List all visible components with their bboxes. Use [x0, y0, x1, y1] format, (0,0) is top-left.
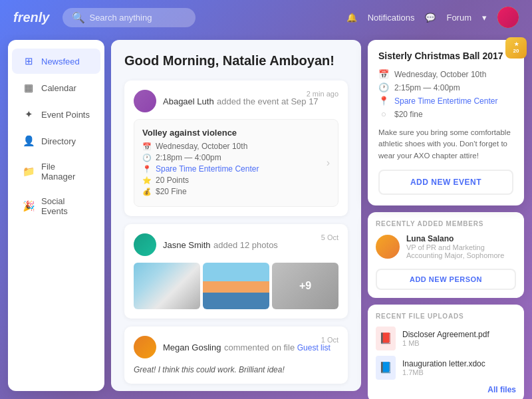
event-badge-star: ★	[514, 41, 519, 48]
file-upload-row-1: 📕 Discloser Agreement.pdf 1 MB	[376, 327, 516, 350]
feed-header-3: Megan Gosling commented on file Guest li…	[134, 336, 338, 358]
main-container: ⊞ Newsfeed ▦ Calendar ✦ Event Points 👤 D…	[0, 35, 532, 399]
app-logo: frenly	[13, 10, 49, 25]
file-name-1[interactable]: Discloser Agreement.pdf	[402, 330, 489, 339]
calendar-icon: ▦	[23, 82, 35, 94]
search-input[interactable]	[89, 13, 196, 23]
members-section-title: RECENTLY ADDED MEMBERS	[376, 220, 516, 227]
feed-action-1: added the event at Sep 17	[217, 96, 319, 106]
clock-small-icon: 🕐	[142, 154, 152, 162]
avatar-megan	[134, 336, 156, 358]
member-avatar	[376, 235, 400, 259]
search-bar[interactable]: 🔍	[63, 8, 196, 27]
sidebar: ⊞ Newsfeed ▦ Calendar ✦ Event Points 👤 D…	[8, 40, 104, 391]
sidebar-item-file-manager[interactable]: 📁 File Manager	[12, 155, 100, 188]
avatar-abagael	[134, 90, 156, 112]
file-info-1: Discloser Agreement.pdf 1 MB	[402, 330, 489, 347]
feed-username-3: Megan Gosling	[163, 342, 221, 352]
event-badge-day: 20	[513, 48, 519, 55]
sidebar-item-event-points[interactable]: ✦ Event Points	[12, 102, 100, 127]
feed-action-2: added 12 photos	[213, 240, 278, 250]
member-info: Luna Salano VP of PR and Marketing Accou…	[406, 234, 504, 259]
event-badge: ★ 20	[505, 37, 527, 59]
photo-beach[interactable]	[203, 263, 269, 309]
user-avatar[interactable]	[497, 7, 519, 28]
event-popup-location-text: Spare Time Entertime Center	[394, 96, 497, 106]
sidebar-item-social-events[interactable]: 🎉 Social Events	[12, 190, 100, 223]
file-size-2: 1.7MB	[402, 368, 485, 376]
feed-action-3: commented on file	[224, 342, 297, 352]
member-name: Luna Salano	[406, 234, 504, 243]
files-section-title: RECENT FILE UPLOADS	[376, 313, 516, 320]
feed-username-2: Jasne Smith	[163, 240, 211, 250]
newsfeed-icon: ⊞	[23, 55, 35, 67]
feed-user-info-2: Jasne Smith added 12 photos	[163, 239, 278, 251]
sidebar-label-file-manager: File Manager	[41, 162, 90, 182]
photo-more[interactable]: +9	[272, 263, 338, 309]
event-popup-time: 🕐 2:15pm — 4:00pm	[378, 82, 513, 92]
feed-comment-text-3: Great! I think this could work. Brillian…	[134, 365, 338, 374]
add-event-button[interactable]: ADD NEW EVENT	[378, 170, 513, 195]
ep-clock-icon: 🕐	[378, 82, 389, 92]
file-size-1: 1 MB	[402, 339, 489, 347]
sidebar-label-newsfeed: Newsfeed	[41, 57, 80, 66]
feed-user-info-1: Abagael Luth added the event at Sep 17	[163, 95, 319, 107]
social-events-icon: 🎉	[23, 200, 35, 212]
add-person-button[interactable]: ADD NEW PERSON	[376, 269, 516, 290]
doc-file-icon: 📘	[376, 356, 396, 380]
sidebar-label-calendar: Calendar	[41, 83, 76, 93]
feed-time-1: 2 min ago	[307, 90, 338, 98]
event-popup-date: 📅 Wednesday, October 10th	[378, 69, 513, 79]
forum-label[interactable]: Forum	[446, 13, 471, 23]
feed-user-info-3: Megan Gosling commented on file Guest li…	[163, 341, 331, 353]
photos-grid: +9	[134, 263, 338, 309]
notifications-label[interactable]: Notifications	[368, 13, 415, 23]
member-role-line1: VP of PR and Marketing	[406, 243, 504, 251]
location-small-icon: 📍	[142, 165, 152, 174]
all-files-link[interactable]: All files	[376, 385, 516, 394]
topnav-right: 🔔 Notifications 💬 Forum ▾	[346, 7, 519, 28]
member-row: Luna Salano VP of PR and Marketing Accou…	[376, 234, 516, 259]
files-section: RECENT FILE UPLOADS 📕 Discloser Agreemen…	[368, 305, 524, 399]
file-manager-icon: 📁	[23, 166, 35, 178]
feed-username-1: Abagael Luth	[163, 96, 214, 106]
feed-time-2: 5 Oct	[321, 233, 338, 241]
avatar-jasne	[134, 233, 156, 256]
feed-item-comment-1: Megan Gosling commented on file Guest li…	[124, 327, 348, 384]
file-info-2: Inauguration letter.xdoc 1.7MB	[402, 359, 485, 376]
event-popup-location: 📍 Spare Time Entertime Center	[378, 96, 513, 106]
file-name-2[interactable]: Inauguration letter.xdoc	[402, 359, 485, 368]
search-icon: 🔍	[72, 11, 85, 24]
event-fine-detail: 💰 $20 Fine	[142, 187, 330, 196]
content-area: Good Morning, Natalie Amboyan! Abagael L…	[111, 40, 361, 391]
feed-item-photos: Jasne Smith added 12 photos 5 Oct +9	[124, 224, 348, 319]
sidebar-item-newsfeed[interactable]: ⊞ Newsfeed	[12, 49, 100, 74]
notification-icon: 🔔	[346, 13, 357, 23]
members-section: RECENTLY ADDED MEMBERS Luna Salano VP of…	[368, 212, 524, 298]
event-points-detail: ⭐ 20 Points	[142, 176, 330, 185]
sidebar-label-directory: Directory	[41, 136, 76, 146]
right-panel: ★ 20 Sisterly Christmas Ball 2017 📅 Wedn…	[368, 40, 524, 391]
directory-icon: 👤	[23, 135, 35, 147]
event-time-detail: 🕐 2:18pm — 4:00pm	[142, 153, 330, 162]
member-role-line2: Accounting Major, Sophomore	[406, 251, 504, 259]
ep-fine-icon: ○	[378, 109, 389, 119]
feed-file-link-3[interactable]: Guest list	[297, 343, 331, 352]
forum-icon: 💬	[425, 13, 436, 23]
page-title: Good Morning, Natalie Amboyan!	[124, 53, 348, 68]
sidebar-item-calendar[interactable]: ▦ Calendar	[12, 75, 100, 100]
event-popup-title: Sisterly Christmas Ball 2017	[378, 51, 513, 61]
dropdown-arrow[interactable]: ▾	[482, 13, 487, 23]
sidebar-label-event-points: Event Points	[41, 110, 90, 120]
event-card-arrow: ›	[327, 157, 330, 169]
sidebar-label-social-events: Social Events	[41, 196, 90, 216]
ep-location-icon: 📍	[378, 96, 389, 106]
event-card[interactable]: Volley against violence 📅 Wednesday, Oct…	[134, 119, 338, 207]
sidebar-item-directory[interactable]: 👤 Directory	[12, 128, 100, 154]
event-popup-description: Make sure you bring some comfortable ath…	[378, 127, 513, 162]
event-points-icon: ✦	[23, 108, 35, 120]
event-location-detail: 📍 Spare Time Entertime Center	[142, 164, 330, 174]
photo-mountain[interactable]	[134, 263, 200, 309]
calendar-small-icon: 📅	[142, 142, 152, 151]
file-upload-row-2: 📘 Inauguration letter.xdoc 1.7MB	[376, 356, 516, 380]
